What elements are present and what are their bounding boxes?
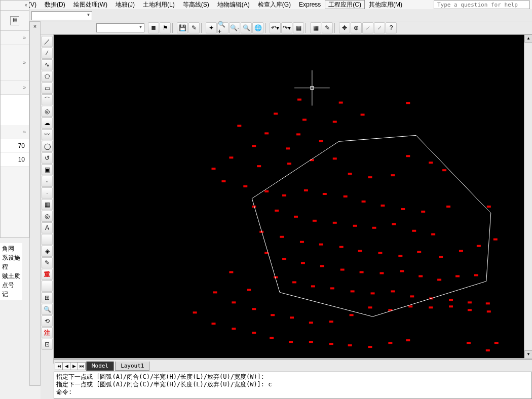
- menu-7[interactable]: 地物编辑(A): [213, 0, 254, 9]
- draw-tool-22[interactable]: ⊞: [42, 292, 53, 303]
- toolbar-btn-12[interactable]: ▦: [310, 22, 321, 33]
- draw-tool-25[interactable]: 注: [42, 327, 53, 338]
- layer-combo[interactable]: [31, 11, 92, 20]
- svg-rect-6: [333, 121, 337, 123]
- draw-tool-8[interactable]: 〰: [42, 129, 53, 140]
- draw-tool-17[interactable]: [42, 234, 53, 245]
- toolbar-btn-18[interactable]: ?: [386, 22, 397, 33]
- close-icon[interactable]: ×: [30, 22, 40, 31]
- toolbar-btn-16[interactable]: ⟋: [362, 22, 373, 33]
- tab-model[interactable]: Model: [86, 362, 114, 371]
- toolbar-btn-14[interactable]: ✥: [339, 22, 350, 33]
- layer-item[interactable]: 贼土质: [2, 271, 20, 281]
- draw-tool-0[interactable]: ／: [42, 36, 53, 47]
- draw-tool-11[interactable]: ▣: [42, 164, 53, 175]
- chevron-down-icon[interactable]: »: [23, 85, 26, 90]
- toolbar-btn-13[interactable]: ✎: [322, 22, 333, 33]
- tab-nav-btn[interactable]: ⏮: [55, 362, 63, 370]
- draw-tool-19[interactable]: ✎: [42, 257, 53, 268]
- toolbar-btn-0[interactable]: ≣: [148, 22, 159, 33]
- draw-tool-6[interactable]: ◎: [42, 106, 53, 117]
- draw-tool-15[interactable]: ◎: [42, 211, 53, 222]
- layer-item[interactable]: 系设施: [2, 253, 20, 262]
- draw-tool-10[interactable]: ↺: [42, 152, 53, 164]
- svg-rect-76: [311, 285, 315, 287]
- draw-tool-1[interactable]: ∕: [42, 48, 53, 59]
- svg-rect-7: [361, 114, 365, 116]
- command-line[interactable]: 指定下一点或 [圆弧(A)/闭合(C)/半宽(H)/长度(L)/放弃(U)/宽度…: [54, 372, 532, 399]
- svg-rect-55: [378, 252, 382, 254]
- chevron-down-icon[interactable]: »: [23, 60, 26, 65]
- menu-2[interactable]: 数据(D): [41, 0, 69, 9]
- draw-tool-12[interactable]: ▫: [42, 176, 53, 187]
- svg-rect-43: [333, 222, 337, 224]
- draw-tool-18[interactable]: ◈: [42, 246, 53, 257]
- menu-10[interactable]: 工程应用(C): [325, 0, 365, 9]
- menu-8[interactable]: 检查入库(G): [254, 0, 295, 9]
- draw-tool-26[interactable]: ⊡: [42, 339, 53, 350]
- drawing-canvas[interactable]: [54, 34, 532, 358]
- toolbar-btn-4[interactable]: ✦: [206, 22, 217, 33]
- toolbar-btn-6[interactable]: 🔍-: [229, 22, 240, 33]
- svg-rect-91: [271, 314, 275, 316]
- draw-tool-21[interactable]: [42, 281, 53, 292]
- toolbar-btn-8[interactable]: 🌐: [252, 22, 263, 33]
- toolbar-btn-2[interactable]: 💾: [177, 22, 188, 33]
- menu-4[interactable]: 地籍(J): [111, 0, 139, 9]
- toolbar-btn-9[interactable]: ↶▾: [270, 22, 281, 33]
- draw-tool-5[interactable]: ⌒: [42, 94, 53, 105]
- toolbar-btn-7[interactable]: 🔍: [241, 22, 252, 33]
- vertical-scrollbar[interactable]: ▲ ▼: [524, 34, 532, 358]
- svg-rect-27: [243, 185, 247, 187]
- help-search[interactable]: [434, 1, 530, 9]
- toolbar-btn-1[interactable]: ⚑: [160, 22, 171, 33]
- toolbar-btn-5[interactable]: 🔍+: [217, 22, 229, 33]
- tab-nav-btn[interactable]: ⏭: [78, 362, 86, 370]
- layer-item[interactable]: 记: [2, 290, 20, 299]
- draw-tool-23[interactable]: 🔍: [42, 304, 53, 315]
- layer-item[interactable]: 程: [2, 262, 20, 271]
- panel-value-1: 70: [1, 139, 29, 153]
- narrow-sidebar: ×: [29, 21, 41, 386]
- svg-rect-51: [300, 241, 304, 243]
- tab-nav-btn[interactable]: ◀: [62, 362, 70, 370]
- linetype-combo[interactable]: [96, 23, 144, 32]
- scroll-up-icon[interactable]: ▲: [524, 34, 532, 43]
- panel-btn[interactable]: ▤: [10, 16, 19, 25]
- svg-rect-110: [329, 343, 333, 345]
- menu-9[interactable]: Express: [295, 0, 325, 9]
- svg-rect-22: [442, 169, 446, 171]
- scroll-down-icon[interactable]: ▼: [524, 350, 532, 358]
- chevron-down-icon[interactable]: »: [23, 35, 26, 41]
- svg-rect-63: [282, 258, 286, 260]
- toolbar-btn-3[interactable]: ✎: [188, 22, 200, 33]
- layer-item[interactable]: 角网: [2, 244, 20, 253]
- svg-rect-2: [339, 102, 343, 104]
- tab-layout1[interactable]: Layout1: [115, 362, 149, 371]
- draw-tool-16[interactable]: A: [42, 222, 53, 233]
- draw-tool-14[interactable]: ▦: [42, 199, 53, 210]
- draw-tool-7[interactable]: ☁: [42, 117, 53, 129]
- tab-nav-btn[interactable]: ▶: [70, 362, 78, 370]
- panel-value-2: 10: [1, 153, 29, 167]
- draw-tool-3[interactable]: ⬠: [42, 71, 53, 82]
- toolbar-btn-11[interactable]: ▦: [293, 22, 304, 33]
- layer-item[interactable]: 点号: [2, 281, 20, 290]
- toolbar-btn-10[interactable]: ↷▾: [281, 22, 292, 33]
- draw-tool-9[interactable]: ◯: [42, 141, 53, 152]
- toolbar-btn-15[interactable]: ⊕: [351, 22, 362, 33]
- menu-5[interactable]: 土地利用(L): [139, 0, 179, 9]
- draw-tool-2[interactable]: ∿: [42, 59, 53, 70]
- menu-3[interactable]: 绘图处理(W): [69, 0, 111, 9]
- menu-6[interactable]: 等高线(S): [179, 0, 213, 9]
- toolbar-btn-17[interactable]: ⟋: [374, 22, 385, 33]
- draw-tool-13[interactable]: ·: [42, 187, 53, 198]
- menu-11[interactable]: 其他应用(M): [365, 0, 406, 9]
- draw-tool-24[interactable]: ⟲: [42, 315, 53, 327]
- close-icon[interactable]: ×: [24, 3, 27, 8]
- svg-rect-102: [487, 310, 491, 312]
- draw-tool-20[interactable]: 重: [42, 269, 53, 280]
- svg-rect-13: [252, 145, 256, 147]
- chevron-down-icon[interactable]: »: [23, 129, 26, 135]
- draw-tool-4[interactable]: ▭: [42, 83, 53, 94]
